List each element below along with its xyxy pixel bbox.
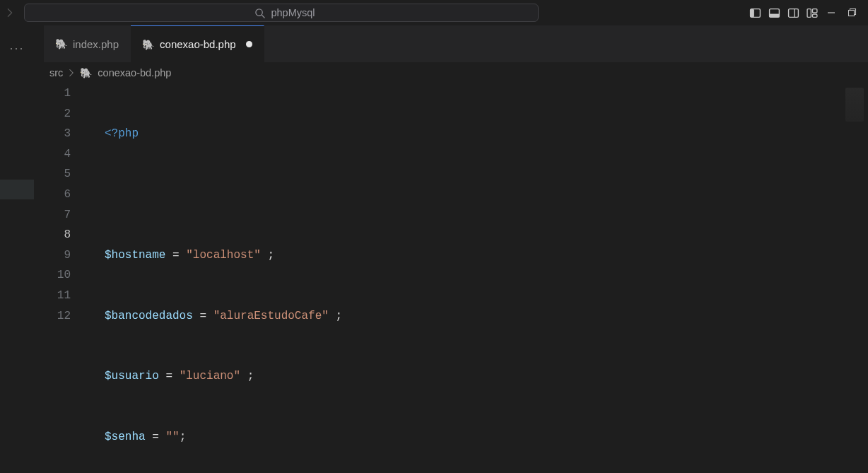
toggle-primary-sidebar-icon[interactable] (749, 7, 761, 19)
editor-tabs: 🐘 index.php 🐘 conexao-bd.php (34, 25, 868, 62)
svg-rect-6 (789, 8, 799, 17)
maximize-restore-button[interactable] (848, 8, 857, 17)
line-number: 4 (34, 144, 71, 165)
line-number: 11 (34, 286, 71, 306)
line-number: 7 (34, 205, 71, 226)
line-number: 8 (34, 225, 71, 245)
chevron-right-icon (67, 69, 76, 77)
minimize-button[interactable] (827, 8, 835, 17)
sidebar-selection-highlight (0, 180, 34, 199)
line-number: 12 (34, 306, 71, 327)
tab-label: conexao-bd.php (160, 38, 236, 50)
code-line[interactable]: $hostname = "localhost" ; (105, 245, 868, 266)
breadcrumb[interactable]: src 🐘 conexao-bd.php (34, 62, 854, 83)
code-content[interactable]: <?php $hostname = "localhost" ; $bancode… (105, 83, 868, 473)
customize-layout-icon[interactable] (807, 7, 819, 19)
line-number-gutter: 1 2 3 4 5 6 7 8 9 10 11 12 (34, 83, 85, 473)
svg-rect-10 (813, 14, 817, 17)
svg-rect-9 (813, 8, 817, 12)
svg-rect-3 (751, 8, 754, 17)
title-bar: phpMysql (0, 0, 868, 25)
command-center-search[interactable]: phpMysql (24, 4, 539, 22)
code-line[interactable]: $bancodedados = "aluraEstudoCafe" ; (105, 306, 868, 327)
more-actions-icon[interactable]: ··· (9, 41, 24, 56)
layout-controls (749, 7, 819, 19)
line-number: 3 (34, 124, 71, 144)
nav-forward-icon[interactable] (0, 8, 20, 18)
php-file-icon: 🐘 (142, 39, 154, 50)
line-number: 10 (34, 265, 71, 286)
breadcrumb-folder[interactable]: src (49, 67, 63, 78)
tab-conexao-bd-php[interactable]: 🐘 conexao-bd.php (131, 25, 264, 62)
code-line[interactable]: <?php (105, 124, 868, 144)
activity-bar: ··· (0, 25, 34, 473)
php-file-icon: 🐘 (55, 38, 67, 49)
line-number: 5 (34, 164, 71, 185)
toggle-secondary-sidebar-icon[interactable] (787, 7, 799, 19)
svg-point-0 (256, 8, 262, 15)
svg-rect-13 (849, 11, 855, 16)
line-number: 9 (34, 245, 71, 266)
search-icon (254, 8, 265, 18)
toggle-panel-icon[interactable] (768, 7, 780, 19)
php-file-icon: 🐘 (80, 67, 92, 78)
window-controls (827, 8, 868, 17)
line-number: 6 (34, 185, 71, 205)
tab-label: index.php (73, 38, 119, 50)
svg-line-1 (262, 15, 265, 18)
line-number: 2 (34, 104, 71, 124)
tabs-empty-area[interactable] (264, 25, 868, 62)
breadcrumb-file[interactable]: conexao-bd.php (98, 67, 171, 78)
minimap[interactable] (845, 88, 864, 122)
line-number: 1 (34, 83, 71, 104)
tab-index-php[interactable]: 🐘 index.php (44, 25, 131, 62)
svg-rect-5 (770, 13, 780, 17)
code-editor[interactable]: 1 2 3 4 5 6 7 8 9 10 11 12 <?php $hostna… (34, 83, 868, 473)
unsaved-indicator-icon (246, 41, 252, 47)
code-line[interactable]: $senha = ""; (105, 427, 868, 448)
command-center-text: phpMysql (271, 7, 315, 18)
code-line[interactable]: $usuario = "luciano" ; (105, 366, 868, 387)
code-line[interactable] (105, 185, 868, 205)
svg-rect-8 (807, 8, 811, 17)
